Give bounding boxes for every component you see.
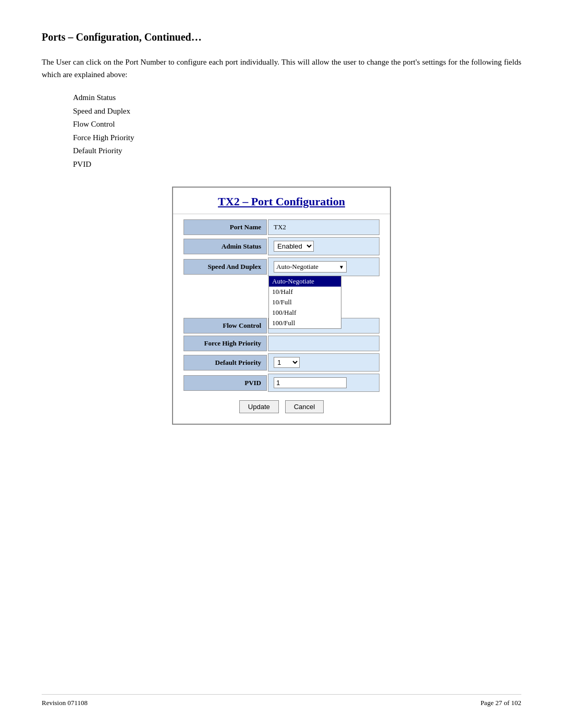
dropdown-option-100half[interactable]: 100/Half <box>269 307 341 318</box>
field-item-pvid: PVID <box>73 158 521 171</box>
form-row-speed-duplex: Speed And Duplex Auto-Negotiate ▼ Auto-N… <box>183 257 380 276</box>
value-speed-duplex: Auto-Negotiate ▼ Auto-Negotiate 10/Half … <box>268 257 380 276</box>
field-item-speed-duplex: Speed and Duplex <box>73 105 521 118</box>
footer-page-number: Page 27 of 102 <box>481 699 521 707</box>
dialog-box: TX2 – Port Configuration Port Name TX2 A… <box>172 187 391 425</box>
label-speed-duplex: Speed And Duplex <box>183 259 267 275</box>
field-item-force-high-priority: Force High Priority <box>73 131 521 145</box>
speed-duplex-dropdown-list: Auto-Negotiate 10/Half 10/Full 100/Half … <box>268 276 341 329</box>
pvid-input[interactable] <box>274 377 347 388</box>
label-admin-status: Admin Status <box>183 239 267 254</box>
form-row-force-high-priority: Force High Priority <box>183 336 380 351</box>
dialog-buttons: Update Cancel <box>173 400 390 413</box>
field-item-admin-status: Admin Status <box>73 91 521 105</box>
page-footer: Revision 071108 Page 27 of 102 <box>42 694 521 707</box>
value-default-priority: 1 2 3 4 5 6 7 8 <box>268 353 380 372</box>
form-row-port-name: Port Name TX2 <box>183 219 380 235</box>
form-row-admin-status: Admin Status Enabled Disabled <box>183 237 380 255</box>
value-port-name: TX2 <box>268 219 380 235</box>
field-item-default-priority: Default Priority <box>73 144 521 158</box>
label-flow-control: Flow Control <box>183 318 267 334</box>
field-list: Admin Status Speed and Duplex Flow Contr… <box>73 91 521 171</box>
page-title: Ports – Configuration, Continued… <box>42 31 521 43</box>
dropdown-option-auto-negotiate[interactable]: Auto-Negotiate <box>269 276 341 287</box>
dialog-title: TX2 – Port Configuration <box>173 188 390 214</box>
speed-duplex-dropdown-display[interactable]: Auto-Negotiate ▼ <box>274 261 347 273</box>
dialog-form: Port Name TX2 Admin Status Enabled Disab… <box>173 214 390 392</box>
form-row-pvid: PVID <box>183 374 380 392</box>
field-item-flow-control: Flow Control <box>73 118 521 131</box>
dialog-container: TX2 – Port Configuration Port Name TX2 A… <box>42 187 521 425</box>
admin-status-select[interactable]: Enabled Disabled <box>274 241 314 252</box>
cancel-button[interactable]: Cancel <box>285 400 324 413</box>
label-pvid: PVID <box>183 375 267 391</box>
form-row-default-priority: Default Priority 1 2 3 4 5 6 7 8 <box>183 353 380 372</box>
value-admin-status: Enabled Disabled <box>268 237 380 255</box>
footer-revision: Revision 071108 <box>42 699 88 707</box>
label-force-high-priority: Force High Priority <box>183 336 267 351</box>
dropdown-option-100full[interactable]: 100/Full <box>269 318 341 328</box>
intro-paragraph: The User can click on the Port Number to… <box>42 56 521 81</box>
speed-duplex-arrow-icon: ▼ <box>339 264 344 270</box>
dropdown-option-10half[interactable]: 10/Half <box>269 287 341 297</box>
value-pvid <box>268 374 380 392</box>
label-default-priority: Default Priority <box>183 355 267 371</box>
value-force-high-priority <box>268 336 380 351</box>
default-priority-select[interactable]: 1 2 3 4 5 6 7 8 <box>274 357 300 368</box>
label-port-name: Port Name <box>183 219 267 235</box>
update-button[interactable]: Update <box>239 400 279 413</box>
dropdown-option-10full[interactable]: 10/Full <box>269 297 341 307</box>
speed-duplex-selected-value: Auto-Negotiate <box>276 263 319 271</box>
